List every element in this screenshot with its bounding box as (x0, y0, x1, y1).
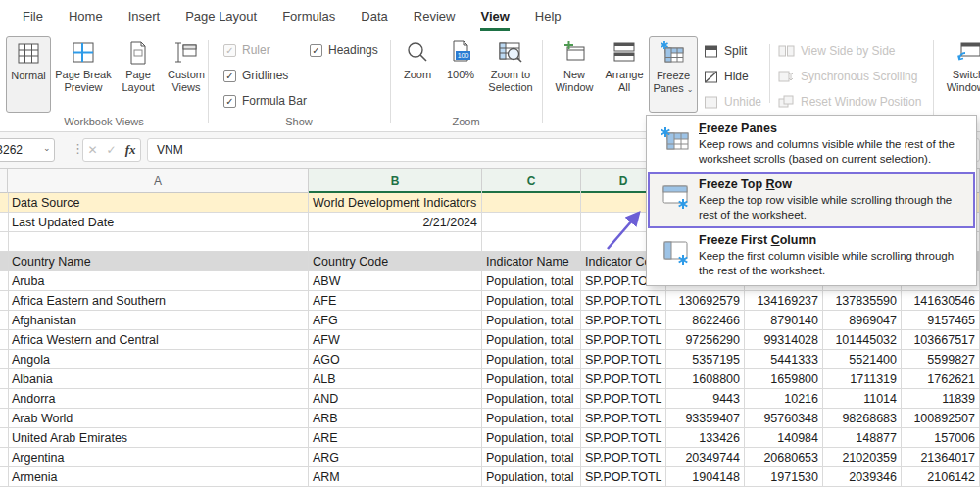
cell-H-r8[interactable]: 103667517 (902, 330, 980, 350)
cell-B-r4[interactable]: Country Code (309, 252, 482, 271)
cell-A-r7[interactable]: Afghanistan (8, 311, 309, 330)
cell-D-r7[interactable]: SP.POP.TOTL (581, 311, 666, 330)
cell-G-r6[interactable]: 137835590 (823, 291, 902, 311)
cell-B-r13[interactable]: ARE (309, 428, 482, 448)
cell-F-r14[interactable]: 20680653 (745, 448, 823, 467)
cell-C-r12[interactable]: Population, total (482, 409, 581, 428)
cell-A-r13[interactable]: United Arab Emirates (8, 428, 309, 448)
cell-F-r8[interactable]: 99314028 (745, 330, 823, 350)
cell-G-r15[interactable]: 2039346 (823, 467, 902, 487)
cell-B-r9[interactable]: AGO (309, 350, 482, 369)
cell-C-r4[interactable]: Indicator Name (482, 252, 581, 271)
cell-F-r7[interactable]: 8790140 (745, 311, 823, 330)
cell-B-r10[interactable]: ALB (309, 369, 482, 389)
cell-E-r12[interactable]: 93359407 (666, 409, 745, 428)
cell-A-r12[interactable]: Arab World (8, 409, 309, 428)
name-box-caret-icon[interactable]: ⌄ (43, 143, 51, 153)
ruler-checkbox-box[interactable]: ✓ (223, 44, 236, 57)
column-header-A[interactable]: A (8, 169, 309, 193)
cell-A-r2[interactable]: Last Updated Date (8, 213, 309, 232)
headings-checkbox-box[interactable]: ✓ (310, 44, 322, 57)
page-break-preview-button[interactable]: Page Break Preview (53, 36, 114, 113)
column-header-B[interactable]: B (309, 169, 482, 193)
menu-item-freeze-panes[interactable]: Freeze Panes Keep rows and columns visib… (648, 117, 975, 172)
cell-A-r1[interactable]: Data Source (8, 193, 309, 213)
cell-B-r12[interactable]: ARB (309, 409, 482, 428)
cell-A-r15[interactable]: Armenia (8, 467, 309, 487)
insert-function-icon[interactable]: fx (125, 142, 136, 158)
cell-H-r7[interactable]: 9157465 (902, 311, 980, 330)
page-layout-view-button[interactable]: Page Layout (116, 36, 161, 113)
menu-item-freeze-top-row[interactable]: Freeze Top Row Keep the top row visible … (648, 172, 975, 228)
headings-checkbox[interactable]: ✓ Headings (310, 42, 378, 58)
cell-H-r14[interactable]: 21364017 (902, 448, 980, 467)
custom-views-button[interactable]: Custom Views (163, 36, 210, 113)
cell-H-r11[interactable]: 11839 (902, 389, 980, 409)
cell-B-r14[interactable]: ARG (309, 448, 482, 467)
tab-home[interactable]: Home (56, 9, 116, 28)
cell-C-r7[interactable]: Population, total (482, 311, 581, 330)
cell-F-r15[interactable]: 1971530 (745, 467, 823, 487)
cell-B-r15[interactable]: ARM (309, 467, 482, 487)
cell-D-r15[interactable]: SP.POP.TOTL (581, 467, 666, 487)
unhide-button[interactable]: Unhide (704, 91, 761, 113)
new-window-button[interactable]: New Window (549, 36, 600, 113)
cancel-icon[interactable]: ✕ (88, 143, 98, 157)
cell-E-r15[interactable]: 1904148 (666, 467, 745, 487)
tab-page-layout[interactable]: Page Layout (172, 9, 270, 28)
cell-C-r8[interactable]: Population, total (482, 330, 581, 350)
cell-D-r8[interactable]: SP.POP.TOTL (581, 330, 666, 350)
cell-D-r11[interactable]: SP.POP.TOTL (581, 389, 666, 409)
cell-G-r9[interactable]: 5521400 (823, 350, 902, 369)
cell-H-r15[interactable]: 2106142 (902, 467, 980, 487)
tab-data[interactable]: Data (348, 9, 400, 28)
cell-C-r9[interactable]: Population, total (482, 350, 581, 369)
cell-F-r11[interactable]: 10216 (745, 389, 823, 409)
cell-A-r4[interactable]: Country Name (8, 252, 309, 271)
cell-A-r8[interactable]: Africa Western and Central (8, 330, 309, 350)
cell-A-r10[interactable]: Albania (8, 369, 309, 389)
cell-E-r6[interactable]: 130692579 (666, 291, 745, 311)
zoom-button[interactable]: Zoom (396, 36, 439, 113)
cell-G-r13[interactable]: 148877 (823, 428, 902, 448)
menu-item-freeze-first-column[interactable]: Freeze First Column Keep the first colum… (648, 228, 975, 284)
cell-B-r7[interactable]: AFG (309, 311, 482, 330)
tab-formulas[interactable]: Formulas (270, 9, 348, 28)
cell-E-r11[interactable]: 9443 (666, 389, 745, 409)
cell-G-r7[interactable]: 8969047 (823, 311, 902, 330)
cell-D-r6[interactable]: SP.POP.TOTL (581, 291, 666, 311)
hide-button[interactable]: Hide (704, 66, 749, 87)
tab-file[interactable]: File (10, 9, 56, 28)
cell-D-r14[interactable]: SP.POP.TOTL (581, 448, 666, 467)
enter-icon[interactable]: ✓ (107, 143, 117, 157)
cell-E-r14[interactable]: 20349744 (666, 448, 745, 467)
formula-bar-checkbox[interactable]: ✓ Formula Bar (223, 93, 307, 109)
ruler-checkbox[interactable]: ✓ Ruler (223, 42, 270, 58)
formula-bar-checkbox-box[interactable]: ✓ (223, 95, 236, 108)
view-side-by-side-button[interactable]: View Side by Side (778, 40, 896, 62)
cell-C-r1[interactable] (482, 193, 581, 213)
cell-H-r13[interactable]: 157006 (902, 428, 980, 448)
cell-H-r12[interactable]: 100892507 (902, 409, 980, 428)
cell-H-r6[interactable]: 141630546 (902, 291, 980, 311)
cell-A-r3[interactable] (8, 232, 309, 252)
cell-B-r1[interactable]: World Development Indicators (309, 193, 482, 213)
cell-A-r5[interactable]: Aruba (8, 271, 309, 291)
cell-F-r9[interactable]: 5441333 (745, 350, 823, 369)
cell-G-r10[interactable]: 1711319 (823, 369, 902, 389)
cell-C-r11[interactable]: Population, total (482, 389, 581, 409)
cell-B-r5[interactable]: ABW (309, 271, 482, 291)
zoom-to-selection-button[interactable]: Zoom to Selection (482, 36, 539, 113)
cell-F-r6[interactable]: 134169237 (745, 291, 823, 311)
synchronous-scrolling-button[interactable]: Synchronous Scrolling (778, 66, 917, 87)
cell-A-r9[interactable]: Angola (8, 350, 309, 369)
reset-window-position-button[interactable]: Reset Window Position (778, 91, 921, 113)
cell-D-r9[interactable]: SP.POP.TOTL (581, 350, 666, 369)
cell-G-r11[interactable]: 11014 (823, 389, 902, 409)
split-button[interactable]: Split (704, 40, 747, 62)
cell-D-r13[interactable]: SP.POP.TOTL (581, 428, 666, 448)
cell-A-r11[interactable]: Andorra (8, 389, 309, 409)
cell-B-r11[interactable]: AND (309, 389, 482, 409)
freeze-panes-button[interactable]: Freeze Panes ⌄ (649, 36, 698, 113)
cell-E-r7[interactable]: 8622466 (666, 311, 745, 330)
